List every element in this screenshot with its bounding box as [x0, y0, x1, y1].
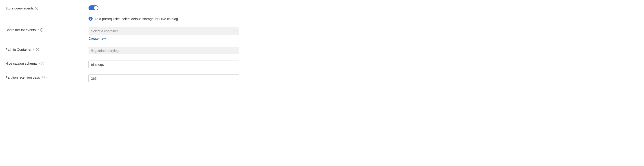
info-icon[interactable]: i: [40, 28, 43, 32]
control-container-for-events: Select a container Create new: [88, 27, 239, 40]
label-text: Partition retention days: [6, 75, 40, 79]
label-hive-catalog-schema: Hive catalog schema * i: [6, 61, 88, 65]
select-placeholder: Select a container: [91, 29, 118, 33]
prerequisite-info-message: i As a prerequisite, select default stor…: [88, 17, 239, 21]
control-path-in-container: [88, 47, 239, 54]
control-partition-retention-days: [88, 74, 239, 82]
chevron-down-icon: [234, 29, 236, 32]
store-query-events-toggle[interactable]: [88, 6, 98, 10]
hive-catalog-schema-input[interactable]: [88, 61, 239, 68]
row-store-query-events: Store query events i i As a prerequisite…: [6, 6, 247, 21]
container-select[interactable]: Select a container: [88, 27, 239, 35]
row-hive-catalog-schema: Hive catalog schema * i: [6, 61, 247, 68]
required-asterisk: *: [33, 48, 34, 51]
path-in-container-input[interactable]: [88, 47, 239, 54]
required-asterisk: *: [42, 75, 43, 79]
info-message-text: As a prerequisite, select default storag…: [94, 17, 179, 21]
partition-retention-days-input[interactable]: [88, 74, 239, 82]
info-icon[interactable]: i: [36, 48, 39, 51]
label-text: Store query events: [6, 6, 34, 10]
create-new-link[interactable]: Create new: [88, 37, 106, 40]
required-asterisk: *: [38, 61, 40, 65]
info-filled-icon: i: [88, 17, 92, 21]
toggle-knob: [94, 6, 98, 10]
settings-form: Store query events i i As a prerequisite…: [0, 0, 247, 88]
label-text: Hive catalog schema: [6, 61, 37, 65]
row-container-for-events: Container for events * i Select a contai…: [6, 27, 247, 40]
label-store-query-events: Store query events i: [6, 6, 88, 10]
label-path-in-container: Path in Container * i: [6, 47, 88, 51]
info-icon[interactable]: i: [41, 62, 44, 65]
row-partition-retention-days: Partition retention days * i: [6, 74, 247, 82]
control-hive-catalog-schema: [88, 61, 239, 68]
label-text: Path in Container: [6, 48, 32, 51]
label-partition-retention-days: Partition retention days * i: [6, 74, 88, 79]
info-icon[interactable]: i: [44, 76, 48, 79]
label-container-for-events: Container for events * i: [6, 27, 88, 32]
required-asterisk: *: [38, 28, 39, 32]
label-text: Container for events: [6, 28, 36, 32]
info-icon[interactable]: i: [35, 7, 38, 10]
control-store-query-events: i As a prerequisite, select default stor…: [88, 6, 239, 21]
row-path-in-container: Path in Container * i: [6, 47, 247, 54]
